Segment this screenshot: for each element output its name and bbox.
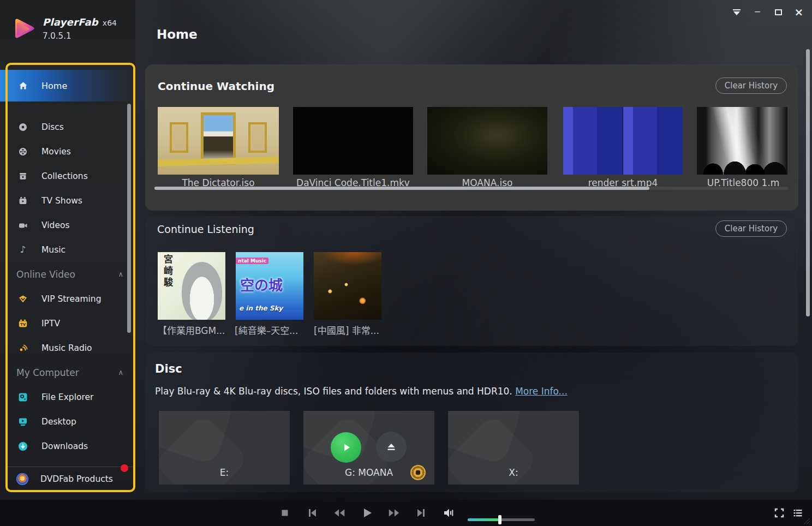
film-reel-icon	[17, 146, 28, 157]
audio-cover-garden[interactable]	[314, 252, 381, 320]
sidebar-item-label: Downloads	[41, 441, 88, 451]
sidebar-section-my-computer[interactable]: My Computer ∧	[0, 360, 135, 385]
fast-forward-button[interactable]	[387, 506, 401, 519]
music-note-icon: ♪	[17, 244, 28, 255]
volume-button[interactable]	[442, 506, 455, 519]
sidebar-item-label: Music Radio	[41, 343, 92, 353]
media-thumbnail-up[interactable]	[697, 107, 787, 175]
app-name: PlayerFab	[43, 16, 98, 28]
disc-description: Play Blu-ray & 4K Blu-ray discs, ISO fil…	[155, 386, 568, 397]
previous-button[interactable]	[306, 506, 319, 519]
sidebar-item-videos[interactable]: Videos	[0, 213, 135, 237]
fast-forward-icon	[387, 506, 401, 519]
sidebar-item-label: IPTV	[41, 319, 60, 328]
window-menu-button[interactable]	[730, 5, 743, 19]
thumbnail-art	[248, 122, 267, 153]
media-thumbnail-dictator[interactable]	[158, 107, 279, 175]
drive-label: E:	[159, 467, 290, 478]
sidebar-section-online-video[interactable]: Online Video ∧	[0, 262, 135, 286]
maximize-button[interactable]	[772, 5, 785, 19]
sidebar-item-label: Videos	[41, 220, 70, 230]
stop-button[interactable]	[278, 506, 291, 519]
window-controls: ─ ×	[730, 5, 805, 19]
sidebar-item-music[interactable]: ♪ Music	[0, 237, 135, 262]
clear-history-button-listening[interactable]: Clear History	[715, 220, 787, 237]
sidebar-item-desktop[interactable]: Desktop	[0, 409, 135, 434]
sidebar-item-label: Collections	[41, 171, 88, 181]
sidebar-item-vip-streaming[interactable]: VIP Streaming	[0, 286, 135, 311]
page-title: Home	[157, 27, 198, 41]
sidebar-item-movies[interactable]: Movies	[0, 139, 135, 164]
radio-broadcast-icon	[17, 343, 28, 354]
sidebar: PlayerFabx64 7.0.5.1 Home Discs	[0, 0, 135, 500]
continue-watching-title: Continue Watching	[158, 80, 274, 93]
playerfab-logo-icon	[12, 16, 36, 40]
rewind-icon	[333, 506, 346, 519]
minimize-button[interactable]: ─	[751, 5, 764, 19]
next-icon	[415, 506, 428, 519]
sidebar-item-file-explorer[interactable]: File Explorer	[0, 385, 135, 409]
sidebar-item-label: TV Shows	[41, 196, 82, 206]
sidebar-scrollbar[interactable]	[127, 104, 131, 333]
cover-art-text: 空の城	[240, 274, 283, 294]
sidebar-item-label: DVDFab Products	[40, 474, 113, 484]
eject-disc-button[interactable]	[376, 432, 407, 462]
play-button[interactable]	[360, 506, 373, 519]
sidebar-item-home[interactable]: Home	[0, 70, 135, 101]
drive-card-e[interactable]: E:	[159, 411, 290, 485]
file-explorer-icon	[17, 392, 28, 403]
desktop-monitor-icon	[17, 416, 28, 427]
stop-icon	[279, 507, 291, 519]
horizontal-scrollbar-thumb[interactable]	[154, 187, 649, 190]
sidebar-item-tv-shows[interactable]: TV Shows	[0, 188, 135, 213]
sidebar-item-downloads[interactable]: Downloads	[0, 434, 135, 458]
sidebar-item-iptv[interactable]: TV IPTV	[0, 311, 135, 336]
drive-card-g[interactable]: G: MOANA	[303, 411, 434, 485]
media-thumbnail-davinci[interactable]	[293, 107, 413, 175]
collections-box-icon	[17, 171, 28, 182]
audio-cover-totoro[interactable]: 宮崎駿	[158, 252, 225, 320]
home-icon	[17, 80, 28, 91]
media-thumbnail-render[interactable]	[563, 107, 683, 175]
dropdown-arrow-icon	[733, 9, 741, 15]
sidebar-item-dvdfab-products[interactable]: DVDFab Products	[0, 467, 135, 491]
section-header-label: Online Video	[16, 269, 118, 280]
previous-icon	[306, 506, 319, 519]
tv-icon	[17, 195, 28, 206]
fullscreen-button[interactable]	[773, 506, 786, 519]
sidebar-item-discs[interactable]: Discs	[0, 115, 135, 139]
sidebar-nav: Discs Movies Collections TV Shows	[0, 115, 135, 458]
media-thumbnail-moana[interactable]	[427, 107, 547, 175]
playlist-icon	[792, 507, 803, 518]
sidebar-item-label: VIP Streaming	[41, 294, 101, 304]
clear-history-button-watching[interactable]: Clear History	[715, 77, 787, 94]
thumbnail-art	[158, 157, 279, 166]
disc-section-title: Disc	[155, 362, 182, 375]
drive-card-x[interactable]: X:	[448, 411, 579, 485]
sidebar-item-collections[interactable]: Collections	[0, 164, 135, 188]
notification-dot	[121, 464, 128, 472]
playerfab-window: PlayerFabx64 7.0.5.1 Home Discs	[0, 0, 812, 526]
sidebar-item-label: Movies	[41, 147, 71, 157]
rewind-button[interactable]	[333, 506, 346, 519]
sidebar-item-music-radio[interactable]: Music Radio	[0, 336, 135, 360]
sidebar-item-label: Discs	[41, 122, 64, 132]
resize-grip[interactable]	[803, 518, 810, 524]
main-vertical-scrollbar[interactable]	[806, 49, 810, 316]
next-button[interactable]	[415, 506, 428, 519]
sidebar-item-label: Desktop	[41, 417, 76, 427]
drive-label: X:	[448, 467, 579, 478]
disc-icon	[17, 122, 28, 133]
volume-slider-thumb[interactable]	[498, 515, 501, 524]
cover-art-text: ntal Music	[236, 258, 268, 264]
sidebar-item-label: Home	[41, 81, 67, 91]
disc-description-text: Play Blu-ray & 4K Blu-ray discs, ISO fil…	[155, 386, 515, 397]
play-disc-button[interactable]	[331, 432, 361, 463]
audio-caption: 【作業用BGM...	[158, 323, 225, 337]
audio-caption: [純音樂–天空...	[235, 323, 298, 337]
more-info-link[interactable]: More Info...	[515, 386, 568, 397]
close-button[interactable]: ×	[792, 5, 805, 19]
thumbnail-art	[170, 122, 188, 153]
playlist-button[interactable]	[791, 506, 804, 519]
audio-cover-castle[interactable]: ntal Music 空の城 e in the Sky	[236, 252, 303, 320]
